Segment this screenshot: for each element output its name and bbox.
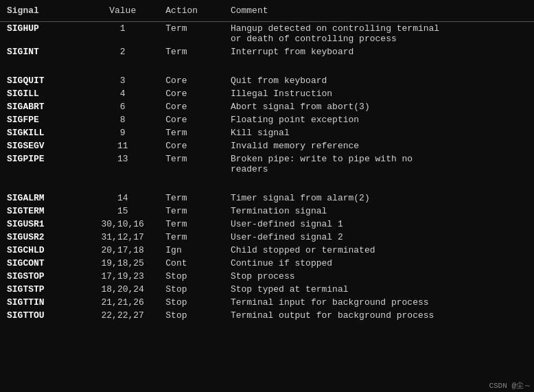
cell-signal: SIGCONT bbox=[0, 257, 86, 270]
table-row: SIGTERM15TermTermination signal bbox=[0, 205, 534, 218]
cell-signal: SIGINT bbox=[0, 45, 86, 58]
cell-comment: Broken pipe: write to pipe with no reade… bbox=[224, 152, 534, 176]
header-value: Value bbox=[86, 0, 159, 22]
cell-action: Stop bbox=[159, 283, 224, 296]
cell-action: Core bbox=[159, 100, 224, 113]
cell-value: 1 bbox=[86, 22, 159, 46]
cell-action: Stop bbox=[159, 296, 224, 309]
header-comment: Comment bbox=[224, 0, 534, 22]
table-row: SIGTSTP18,20,24StopStop typed at termina… bbox=[0, 283, 534, 296]
cell-value: 19,18,25 bbox=[86, 257, 159, 270]
cell-comment: Stop typed at terminal bbox=[224, 283, 534, 296]
cell-comment: Stop process bbox=[224, 270, 534, 283]
table-row: SIGINT2TermInterrupt from keyboard bbox=[0, 45, 534, 58]
cell-value: 15 bbox=[86, 205, 159, 218]
cell-comment: User-defined signal 1 bbox=[224, 218, 534, 231]
table-row: SIGUSR130,10,16TermUser-defined signal 1 bbox=[0, 218, 534, 231]
table-row: SIGPIPE13TermBroken pipe: write to pipe … bbox=[0, 152, 534, 176]
cell-value: 6 bbox=[86, 100, 159, 113]
cell-signal: SIGKILL bbox=[0, 126, 86, 139]
table-row: SIGALRM14TermTimer signal from alarm(2) bbox=[0, 192, 534, 205]
cell-value: 30,10,16 bbox=[86, 218, 159, 231]
table-row: SIGFPE8CoreFloating point exception bbox=[0, 113, 534, 126]
cell-signal: SIGABRT bbox=[0, 100, 86, 113]
cell-comment: Floating point exception bbox=[224, 113, 534, 126]
table-row: SIGCHLD20,17,18IgnChild stopped or termi… bbox=[0, 244, 534, 257]
cell-comment: Invalid memory reference bbox=[224, 139, 534, 152]
table-row: SIGUSR231,12,17TermUser-defined signal 2 bbox=[0, 231, 534, 244]
cell-value: 2 bbox=[86, 45, 159, 58]
cell-action: Ign bbox=[159, 244, 224, 257]
cell-comment: Terminal output for background process bbox=[224, 309, 534, 322]
cell-signal: SIGILL bbox=[0, 87, 86, 100]
cell-value: 13 bbox=[86, 152, 159, 176]
cell-action: Core bbox=[159, 139, 224, 152]
table-row: SIGSTOP17,19,23StopStop process bbox=[0, 270, 534, 283]
table-row: SIGILL4CoreIllegal Instruction bbox=[0, 87, 534, 100]
cell-value: 20,17,18 bbox=[86, 244, 159, 257]
cell-value: 11 bbox=[86, 139, 159, 152]
table-row: SIGHUP1TermHangup detected on controllin… bbox=[0, 22, 534, 46]
cell-signal: SIGHUP bbox=[0, 22, 86, 46]
cell-comment: Child stopped or terminated bbox=[224, 244, 534, 257]
cell-comment: Quit from keyboard bbox=[224, 74, 534, 87]
cell-action: Term bbox=[159, 45, 224, 58]
cell-signal: SIGALRM bbox=[0, 192, 86, 205]
table-row: SIGSEGV11CoreInvalid memory reference bbox=[0, 139, 534, 152]
table-row: SIGABRT6CoreAbort signal from abort(3) bbox=[0, 100, 534, 113]
cell-value: 4 bbox=[86, 87, 159, 100]
cell-signal: SIGSEGV bbox=[0, 139, 86, 152]
cell-value: 17,19,23 bbox=[86, 270, 159, 283]
cell-comment: User-defined signal 2 bbox=[224, 231, 534, 244]
table-row: SIGTTIN21,21,26StopTerminal input for ba… bbox=[0, 296, 534, 309]
cell-signal: SIGUSR2 bbox=[0, 231, 86, 244]
cell-comment: Illegal Instruction bbox=[224, 87, 534, 100]
cell-value: 31,12,17 bbox=[86, 231, 159, 244]
cell-signal: SIGTTIN bbox=[0, 296, 86, 309]
table-row: SIGKILL9TermKill signal bbox=[0, 126, 534, 139]
cell-action: Stop bbox=[159, 309, 224, 322]
cell-action: Term bbox=[159, 22, 224, 46]
header-signal: Signal bbox=[0, 0, 86, 22]
cell-action: Term bbox=[159, 205, 224, 218]
cell-action: Term bbox=[159, 192, 224, 205]
table-header-row: Signal Value Action Comment bbox=[0, 0, 534, 22]
cell-action: Term bbox=[159, 126, 224, 139]
cell-action: Core bbox=[159, 74, 224, 87]
cell-signal: SIGUSR1 bbox=[0, 218, 86, 231]
table-row bbox=[0, 176, 534, 192]
cell-comment: Timer signal from alarm(2) bbox=[224, 192, 534, 205]
cell-comment: Abort signal from abort(3) bbox=[224, 100, 534, 113]
cell-signal: SIGCHLD bbox=[0, 244, 86, 257]
cell-signal: SIGTERM bbox=[0, 205, 86, 218]
cell-action: Term bbox=[159, 231, 224, 244]
header-action: Action bbox=[159, 0, 224, 22]
signals-table-container: Signal Value Action Comment SIGHUP1TermH… bbox=[0, 0, 534, 322]
cell-action: Stop bbox=[159, 270, 224, 283]
cell-value: 3 bbox=[86, 74, 159, 87]
table-row: SIGTTOU22,22,27StopTerminal output for b… bbox=[0, 309, 534, 322]
signals-table: Signal Value Action Comment SIGHUP1TermH… bbox=[0, 0, 534, 322]
table-row: SIGCONT19,18,25ContContinue if stopped bbox=[0, 257, 534, 270]
watermark: CSDN @尘～ bbox=[489, 380, 531, 391]
table-row bbox=[0, 58, 534, 74]
cell-comment: Continue if stopped bbox=[224, 257, 534, 270]
cell-value: 14 bbox=[86, 192, 159, 205]
cell-comment: Terminal input for background process bbox=[224, 296, 534, 309]
cell-signal: SIGTSTP bbox=[0, 283, 86, 296]
cell-action: Core bbox=[159, 113, 224, 126]
table-row: SIGQUIT3CoreQuit from keyboard bbox=[0, 74, 534, 87]
cell-action: Term bbox=[159, 152, 224, 176]
cell-value: 8 bbox=[86, 113, 159, 126]
cell-action: Term bbox=[159, 218, 224, 231]
cell-comment: Termination signal bbox=[224, 205, 534, 218]
cell-signal: SIGTTOU bbox=[0, 309, 86, 322]
cell-comment: Hangup detected on controlling terminal … bbox=[224, 22, 534, 46]
cell-value: 9 bbox=[86, 126, 159, 139]
cell-signal: SIGFPE bbox=[0, 113, 86, 126]
cell-action: Cont bbox=[159, 257, 224, 270]
cell-value: 21,21,26 bbox=[86, 296, 159, 309]
cell-signal: SIGSTOP bbox=[0, 270, 86, 283]
cell-value: 22,22,27 bbox=[86, 309, 159, 322]
cell-comment: Kill signal bbox=[224, 126, 534, 139]
